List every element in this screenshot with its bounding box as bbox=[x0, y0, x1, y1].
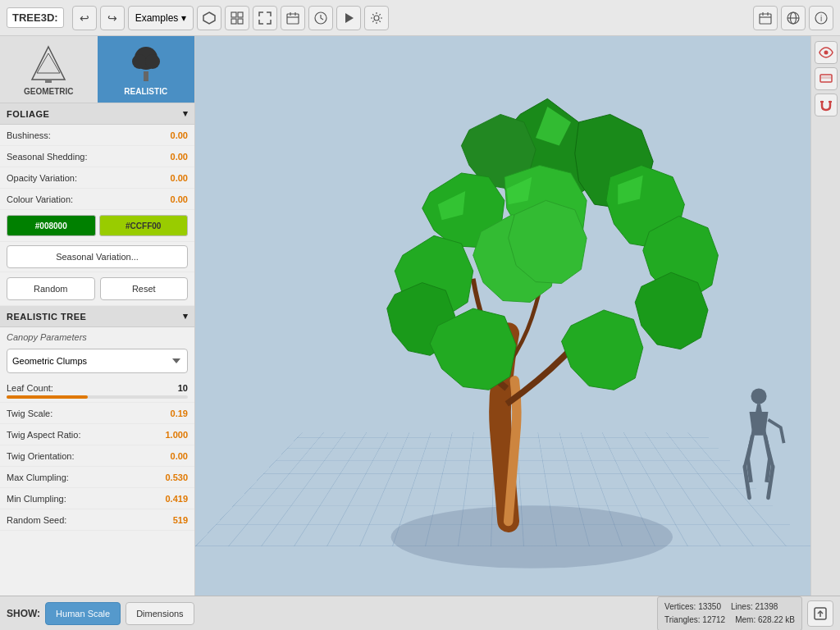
leaf-count-fill bbox=[7, 395, 88, 399]
min-clumping-value[interactable]: 0.419 bbox=[165, 494, 188, 504]
random-seed-label: Random Seed: bbox=[7, 515, 66, 525]
tree-type-selector: GEOMETRIC REALISTIC bbox=[0, 36, 194, 103]
human-scale-button[interactable]: Human Scale bbox=[45, 602, 121, 625]
leaf-count-track[interactable] bbox=[7, 395, 188, 399]
max-clumping-value[interactable]: 0.530 bbox=[165, 472, 188, 482]
view-magnet-button[interactable] bbox=[815, 94, 838, 116]
calendar-button[interactable] bbox=[281, 6, 305, 30]
svg-point-47 bbox=[751, 388, 766, 404]
twig-scale-label: Twig Scale: bbox=[7, 409, 52, 418]
twig-aspect-value[interactable]: 1.000 bbox=[165, 430, 188, 440]
bushiness-row: Bushiness: 0.00 bbox=[0, 125, 194, 146]
triangles-stat: Triangles: 12712 bbox=[664, 614, 725, 627]
show-label: SHOW: bbox=[7, 608, 40, 619]
svg-marker-10 bbox=[345, 13, 354, 23]
random-button[interactable]: Random bbox=[7, 277, 95, 300]
svg-point-25 bbox=[132, 54, 147, 69]
main-toolbar: TREE3D: ↩ ↪ Examples ▾ i bbox=[0, 0, 840, 36]
opacity-variation-label: Opacity Variation: bbox=[7, 173, 77, 183]
clump-type-dropdown[interactable]: Geometric Clumps Organic Clumps Simple bbox=[7, 349, 188, 373]
seasonal-shedding-value[interactable]: 0.00 bbox=[171, 152, 188, 162]
bottom-bar: SHOW: Human Scale Dimensions Vertices: 1… bbox=[0, 596, 840, 630]
realistic-label: REALISTIC bbox=[124, 87, 167, 96]
vertices-stat: Vertices: 13350 bbox=[664, 600, 721, 614]
view-eye-button[interactable] bbox=[815, 41, 838, 64]
play-button[interactable] bbox=[336, 6, 361, 30]
opacity-variation-value[interactable]: 0.00 bbox=[171, 173, 188, 183]
twig-orientation-label: Twig Orientation: bbox=[7, 451, 75, 461]
realistic-tree-icon bbox=[126, 43, 167, 84]
twig-orientation-row: Twig Orientation: 0.00 bbox=[0, 445, 194, 467]
stats-box: Vertices: 13350 Lines: 21398 Triangles: … bbox=[657, 596, 802, 631]
color-row: #008000 #CCFF00 bbox=[0, 210, 194, 242]
color-swatch-1[interactable]: #008000 bbox=[7, 215, 96, 236]
redo-button[interactable]: ↪ bbox=[100, 6, 125, 30]
svg-marker-0 bbox=[203, 12, 215, 24]
svg-rect-5 bbox=[287, 14, 299, 24]
leaf-count-value[interactable]: 10 bbox=[178, 383, 188, 393]
right-toolbar bbox=[810, 36, 840, 596]
reset-button[interactable]: Reset bbox=[100, 277, 189, 300]
svg-rect-23 bbox=[45, 80, 52, 83]
seasonal-variation-button[interactable]: Seasonal Variation... bbox=[7, 245, 188, 268]
view-layers-button[interactable] bbox=[815, 67, 838, 90]
geometric-tree-icon bbox=[28, 43, 69, 84]
twig-orientation-value[interactable]: 0.00 bbox=[171, 451, 188, 461]
svg-point-26 bbox=[145, 54, 160, 69]
grid-button[interactable] bbox=[225, 6, 249, 30]
examples-dropdown[interactable]: Examples ▾ bbox=[128, 6, 194, 30]
canopy-parameters-label: Canopy Parameters bbox=[0, 327, 194, 344]
right-toolbar-buttons: i bbox=[753, 6, 833, 30]
color-swatch-2[interactable]: #CCFF00 bbox=[99, 215, 189, 236]
random-seed-value[interactable]: 519 bbox=[173, 515, 188, 525]
reset-view-button[interactable] bbox=[807, 600, 833, 627]
bushiness-label: Bushiness: bbox=[7, 130, 51, 140]
leaf-count-row: Leaf Count: 10 bbox=[0, 380, 194, 403]
colour-variation-value[interactable]: 0.00 bbox=[171, 194, 188, 204]
twig-scale-value[interactable]: 0.19 bbox=[171, 409, 188, 418]
svg-rect-4 bbox=[238, 19, 243, 24]
geometric-tree-button[interactable]: GEOMETRIC bbox=[0, 36, 98, 103]
svg-point-48 bbox=[824, 51, 828, 55]
chevron-down-icon: ▾ bbox=[181, 12, 186, 24]
max-clumping-row: Max Clumpling: 0.530 bbox=[0, 467, 194, 488]
undo-button[interactable]: ↩ bbox=[72, 6, 97, 30]
svg-marker-42 bbox=[562, 310, 643, 390]
realistic-tree-collapse-icon[interactable]: ▾ bbox=[183, 311, 189, 322]
dimensions-button[interactable]: Dimensions bbox=[126, 602, 194, 625]
realistic-tree-button[interactable]: REALISTIC bbox=[98, 36, 195, 103]
svg-rect-50 bbox=[820, 76, 832, 79]
random-seed-row: Random Seed: 519 bbox=[0, 509, 194, 531]
svg-point-11 bbox=[374, 16, 379, 21]
opacity-variation-row: Opacity Variation: 0.00 bbox=[0, 167, 194, 189]
realistic-tree-section-label: REALISTIC TREE bbox=[7, 312, 86, 322]
clock-button[interactable] bbox=[308, 6, 333, 30]
bushiness-value[interactable]: 0.00 bbox=[171, 130, 188, 140]
foliage-collapse-icon[interactable]: ▾ bbox=[183, 108, 189, 119]
lines-stat: Lines: 21398 bbox=[731, 600, 778, 614]
info-button[interactable]: i bbox=[809, 6, 833, 30]
twig-aspect-label: Twig Aspect Ratio: bbox=[7, 430, 81, 440]
shape-button[interactable] bbox=[197, 6, 221, 30]
settings-button[interactable] bbox=[364, 6, 389, 30]
seasonal-shedding-label: Seasonal Shedding: bbox=[7, 152, 87, 162]
foliage-label: FOLIAGE bbox=[7, 109, 49, 119]
random-reset-row: Random Reset bbox=[0, 272, 194, 306]
expand-button[interactable] bbox=[253, 6, 277, 30]
tree-svg bbox=[195, 36, 810, 596]
twig-scale-row: Twig Scale: 0.19 bbox=[0, 403, 194, 424]
twig-aspect-row: Twig Aspect Ratio: 1.000 bbox=[0, 424, 194, 445]
svg-rect-1 bbox=[231, 12, 236, 17]
svg-point-28 bbox=[391, 506, 673, 568]
mem-stat: Mem: 628.22 kB bbox=[735, 614, 795, 627]
svg-text:i: i bbox=[820, 14, 822, 23]
globe-button[interactable] bbox=[781, 6, 806, 30]
svg-rect-12 bbox=[760, 14, 771, 24]
3d-viewport[interactable] bbox=[195, 36, 810, 596]
svg-rect-27 bbox=[144, 71, 148, 81]
geometric-label: GEOMETRIC bbox=[24, 87, 74, 96]
svg-marker-21 bbox=[32, 47, 65, 80]
calendar-right-button[interactable] bbox=[753, 6, 778, 30]
main-area: GEOMETRIC REALISTIC FOLIAGE ▾ Bush bbox=[0, 36, 840, 596]
foliage-section-header: FOLIAGE ▾ bbox=[0, 103, 194, 125]
